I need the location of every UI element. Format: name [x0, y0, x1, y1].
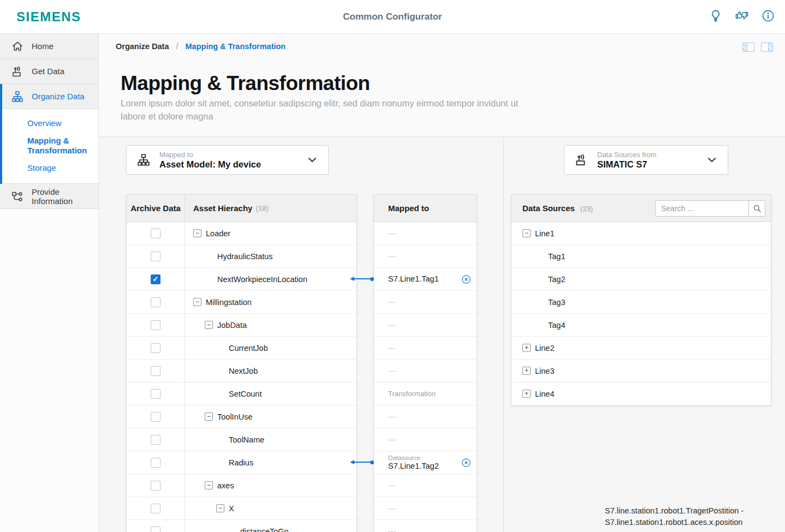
app-title: Common Configurator [0, 11, 785, 22]
search-button[interactable] [748, 200, 765, 217]
archive-checkbox[interactable]: ✓ [151, 481, 160, 491]
data-source-label[interactable]: Line2 [535, 344, 554, 352]
asset-node-label[interactable]: X [229, 504, 234, 513]
asset-table-row: ✓ − axes [127, 474, 356, 497]
sidebar-item-get-data[interactable]: Get Data [0, 59, 98, 84]
archive-checkbox[interactable]: ✓ [151, 435, 160, 445]
tree-expander-icon[interactable]: − [522, 229, 531, 237]
asset-model-selector[interactable]: Mapped to Asset Model: My device [126, 145, 329, 175]
asset-table-row: ✓ − X [127, 497, 356, 520]
sidebar-item-mapping-transformation[interactable]: Mapping & Transformation [2, 132, 95, 159]
archive-checkbox-cell: ✓ [127, 291, 185, 313]
archive-checkbox[interactable]: ✓ [151, 320, 160, 330]
feedback-icon[interactable] [735, 9, 749, 23]
mapped-cell: --- [374, 337, 477, 360]
mapped-cell: --- [374, 405, 477, 428]
tree-expander-icon[interactable]: + [522, 367, 531, 375]
asset-node-label[interactable]: distanceToGo [240, 527, 289, 532]
archive-checkbox[interactable]: ✓ [151, 458, 160, 468]
asset-node-label[interactable]: Loader [206, 229, 230, 238]
row-count-badge: (23) [580, 205, 593, 213]
section-divider [503, 136, 504, 532]
asset-node-label[interactable]: NextJob [229, 367, 258, 375]
asset-node-label[interactable]: Millingstation [206, 298, 252, 307]
archive-checkbox[interactable]: ✓ [151, 229, 160, 238]
asset-node-label[interactable]: axes [217, 481, 234, 490]
mapped-value: --- [388, 297, 458, 307]
checkbox-tick: ✓ [153, 276, 159, 283]
archive-checkbox[interactable]: ✓ [151, 297, 160, 307]
asset-tree-cell: NextWorkpieceInLocation [185, 268, 356, 290]
mapping-expression-line2: S7.line1.station1.robot1.aces.x.position [605, 517, 744, 528]
selector-label: Data Sources from [597, 151, 697, 159]
asset-node-label[interactable]: HydraulicStatus [217, 252, 273, 261]
tree-expander-icon[interactable]: − [205, 321, 213, 329]
tree-expander-icon[interactable]: + [522, 344, 531, 352]
archive-checkbox[interactable]: ✓ [151, 366, 160, 376]
asset-node-label[interactable]: ToolName [229, 435, 264, 444]
info-icon[interactable] [761, 9, 775, 23]
x-circle-icon [461, 458, 471, 468]
home-icon [11, 40, 24, 53]
lightbulb-icon[interactable] [709, 9, 723, 23]
data-sources-header: Data Sources (23) [512, 195, 771, 222]
data-source-label[interactable]: Tag2 [548, 275, 565, 284]
data-source-label[interactable]: Line4 [535, 390, 554, 398]
mapped-value: --- [388, 320, 458, 330]
page-subtitle: Lorem ipsum dolor sit amet, consetetur s… [121, 97, 533, 123]
collapse-right-panel-icon[interactable] [761, 43, 773, 52]
selector-value: Asset Model: My device [159, 159, 298, 170]
sidebar-item-storage[interactable]: Storage [2, 159, 98, 177]
data-source-label[interactable]: Tag4 [548, 321, 565, 330]
asset-node-label[interactable]: SetCount [229, 390, 261, 398]
archive-checkbox[interactable]: ✓ [151, 527, 160, 532]
data-source-label[interactable]: Line3 [535, 367, 554, 375]
tree-expander-icon[interactable]: − [216, 504, 224, 512]
asset-node-label[interactable]: JobData [217, 321, 247, 330]
archive-checkbox[interactable]: ✓ [151, 343, 160, 353]
tree-expander-icon[interactable]: − [193, 298, 201, 306]
sidebar-item-label: Organize Data [32, 92, 85, 101]
data-source-label[interactable]: Tag3 [548, 298, 565, 307]
tree-expander-icon[interactable]: − [193, 229, 201, 237]
sidebar-item-overview[interactable]: Overview [2, 115, 98, 132]
asset-node-label[interactable]: Radius [229, 458, 253, 467]
mapped-value: S7.Line1.Tag1 [388, 274, 458, 284]
archive-checkbox[interactable]: ✓ [151, 274, 160, 284]
mapped-cell: Transformation [374, 382, 477, 405]
archive-checkbox[interactable]: ✓ [151, 412, 160, 422]
sidebar-item-label: Provide Information [32, 187, 98, 206]
asset-table-row: ✓ HydraulicStatus [127, 245, 356, 268]
asset-node-label[interactable]: NextWorkpieceInLocation [217, 275, 307, 284]
row-count-badge: (18) [255, 204, 268, 212]
asset-node-label[interactable]: ToolInUse [217, 413, 252, 421]
sidebar-item-home[interactable]: Home [0, 34, 98, 59]
archive-checkbox[interactable]: ✓ [151, 504, 160, 513]
breadcrumb-parent[interactable]: Organize Data [116, 42, 169, 51]
archive-checkbox-cell: ✓ [127, 245, 185, 267]
breadcrumb: Organize Data / Mapping & Transformation [116, 42, 286, 51]
remove-mapping-button[interactable] [461, 458, 471, 468]
sidebar-item-provide-information[interactable]: Provide Information [0, 184, 98, 209]
data-source-row: − Line1 [512, 222, 771, 245]
sidebar-item-organize-data[interactable]: Organize Data [2, 84, 98, 109]
tree-expander-icon[interactable]: + [522, 390, 531, 398]
collapse-left-panel-icon[interactable] [742, 43, 754, 52]
archive-checkbox-cell: ✓ [127, 268, 185, 290]
asset-tree-cell: − ToolInUse [185, 405, 356, 428]
tree-expander-icon[interactable]: − [205, 413, 213, 421]
mapped-cell: Datasource S7.Line1.Tag2 [374, 451, 477, 474]
data-source-label[interactable]: Line1 [535, 229, 554, 238]
asset-node-label[interactable]: CurrentJob [229, 344, 268, 352]
header-icons [709, 9, 775, 23]
data-source-row: + Line2 [512, 337, 771, 360]
remove-mapping-button[interactable] [461, 274, 471, 284]
tree-expander-icon[interactable]: − [205, 481, 213, 489]
data-source-label[interactable]: Tag1 [548, 252, 565, 261]
data-source-selector[interactable]: Data Sources from SIMATIC S7 [564, 145, 728, 175]
asset-table-row: ✓ − Millingstation [127, 291, 356, 314]
archive-checkbox[interactable]: ✓ [151, 389, 160, 399]
mapped-value: --- [388, 527, 458, 532]
search-input[interactable] [655, 200, 749, 217]
archive-checkbox[interactable]: ✓ [151, 252, 160, 261]
